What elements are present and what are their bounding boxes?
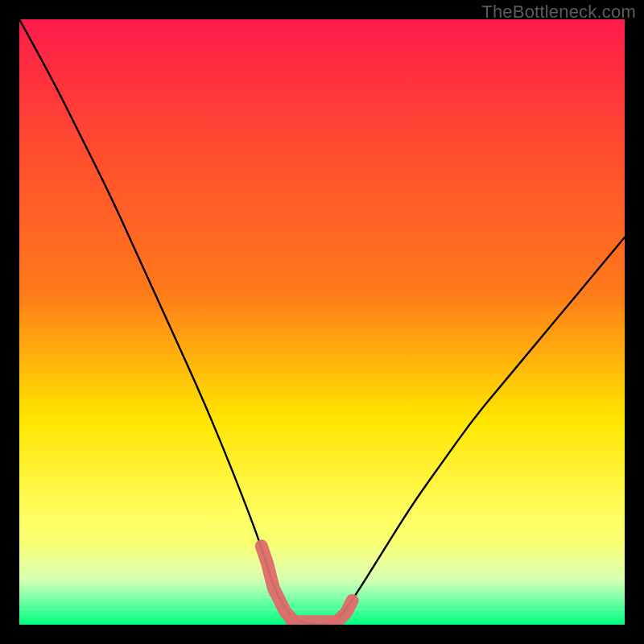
bottleneck-chart [19,19,625,625]
chart-frame: TheBottleneck.com [0,0,644,644]
plot-area [19,19,625,625]
svg-rect-0 [19,19,625,625]
